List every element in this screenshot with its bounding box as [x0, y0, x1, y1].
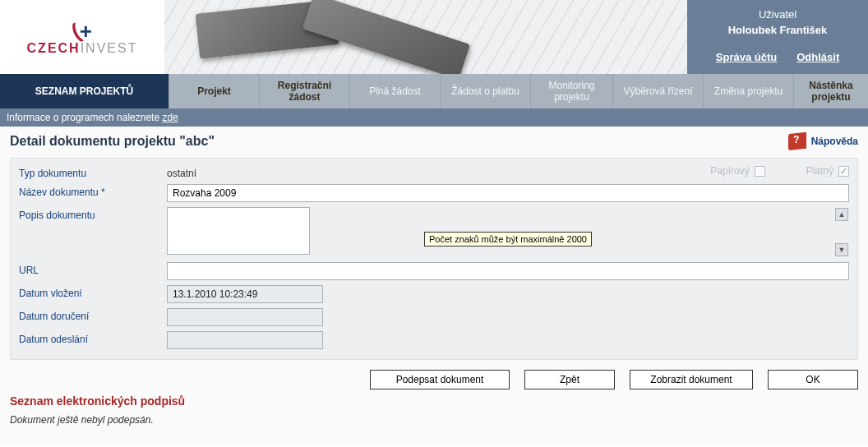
name-label: Název dokumentu *: [19, 184, 167, 198]
show-button[interactable]: Zobrazit dokument: [630, 370, 753, 389]
user-role-label: Uživatel: [695, 8, 860, 21]
nav-plna-zadost[interactable]: Plná žádost: [350, 74, 441, 108]
inserted-input: [167, 285, 323, 303]
delivered-input: [167, 308, 323, 326]
banner-image: [164, 0, 687, 74]
user-panel: Uživatel Holoubek František Správa účtu …: [687, 0, 868, 74]
banner: Uživatel Holoubek František Správa účtu …: [164, 0, 868, 74]
signatures-message: Dokument ještě nebyl podepsán.: [10, 414, 858, 426]
document-form: Typ dokumentu ostatní Papírový Platný ✓ …: [10, 158, 858, 360]
page-title: Detail dokumentu projektu "abc": [10, 134, 215, 149]
desc-textarea[interactable]: [167, 207, 310, 255]
info-bar: Informace o programech naleznete zde: [0, 108, 868, 127]
nav-vyberova-rizeni[interactable]: Výběrová řízení: [613, 74, 704, 108]
logout-link[interactable]: Odhlásit: [796, 51, 839, 63]
valid-checkbox[interactable]: ✓: [838, 166, 849, 177]
paper-checkbox[interactable]: [755, 166, 765, 177]
logo: (+ CZECHINVEST: [0, 0, 164, 74]
nav-zadost-o-platbu[interactable]: Žádost o platbu: [441, 74, 531, 108]
sign-button[interactable]: Podepsat dokument: [370, 370, 510, 389]
desc-tooltip: Počet znaků může být maximálně 2000: [424, 232, 592, 247]
infobar-link[interactable]: zde: [162, 112, 178, 123]
help-label: Nápověda: [811, 136, 858, 147]
logo-text: CZECHINVEST: [27, 41, 138, 56]
sent-label: Datum odeslání: [19, 331, 167, 345]
nav-monitoring[interactable]: Monitoring projektu: [531, 74, 613, 108]
infobar-text: Informace o programech naleznete: [7, 112, 162, 123]
user-name: Holoubek František: [695, 24, 860, 36]
name-input[interactable]: [167, 184, 849, 202]
url-label: URL: [19, 262, 167, 276]
account-link[interactable]: Správa účtu: [716, 51, 777, 63]
help-link[interactable]: Nápověda: [788, 133, 858, 150]
nav-projekt[interactable]: Projekt: [169, 74, 260, 108]
valid-checkbox-label: Platný ✓: [806, 165, 849, 177]
nav-nastenka[interactable]: Nástěnka projektu: [794, 74, 868, 108]
nav-seznam-projektu[interactable]: SEZNAM PROJEKTŮ: [0, 74, 169, 108]
nav-registracni-zadost[interactable]: Registrační žádost: [260, 74, 350, 108]
content-area: Detail dokumentu projektu "abc" Nápověda…: [0, 127, 868, 444]
desc-label: Popis dokumentu: [19, 207, 167, 221]
type-label: Typ dokumentu: [19, 165, 167, 179]
paper-checkbox-label: Papírový: [710, 165, 764, 177]
signatures-title: Seznam elektronických podpisů: [10, 394, 858, 408]
scroll-down-icon[interactable]: ▼: [835, 243, 848, 256]
button-bar: Podepsat dokument Zpět Zobrazit dokument…: [10, 370, 858, 389]
app-header: (+ CZECHINVEST Uživatel Holoubek Františ…: [0, 0, 868, 74]
delivered-label: Datum doručení: [19, 308, 167, 322]
type-value: ostatní: [167, 165, 196, 179]
inserted-label: Datum vložení: [19, 285, 167, 299]
scroll-up-icon[interactable]: ▲: [835, 208, 848, 221]
back-button[interactable]: Zpět: [524, 370, 615, 389]
main-nav: SEZNAM PROJEKTŮ Projekt Registrační žádo…: [0, 74, 868, 108]
nav-zmena-projektu[interactable]: Změna projektu: [704, 74, 794, 108]
ok-button[interactable]: OK: [768, 370, 858, 389]
url-input[interactable]: [167, 262, 849, 280]
sent-input: [167, 331, 323, 349]
help-icon: [788, 132, 806, 150]
